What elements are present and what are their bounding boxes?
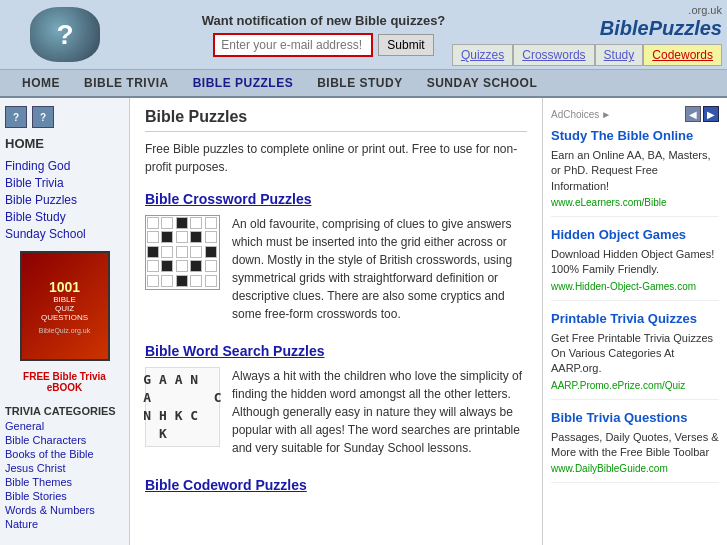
sidebar-link-bible-study[interactable]: Bible Study [5,210,124,224]
sidebar-link-bible-puzzles[interactable]: Bible Puzzles [5,193,124,207]
trivia-link-words-&-numbers[interactable]: Words & Numbers [5,504,124,516]
ad-block-1: Hidden Object Games Download Hidden Obje… [551,227,719,301]
ad-next-button[interactable]: ▶ [703,106,719,122]
top-nav-item-study[interactable]: Study [595,44,644,66]
main: ? ? HOME Finding GodBible TriviaBible Pu… [0,98,727,545]
ad-choices-label: AdChoices ► [551,109,611,120]
ad-block-2: Printable Trivia Quizzes Get Free Printa… [551,311,719,400]
ad-url-1: www.Hidden-Object-Games.com [551,281,719,292]
sidebar-link-sunday-school[interactable]: Sunday School [5,227,124,241]
wordsearch-section: Bible Word Search Puzzles G A A NA CN H … [145,343,527,457]
ad-block-0: Study The Bible Online Earn an Online AA… [551,128,719,217]
ad-text-3: Passages, Daily Quotes, Verses & More wi… [551,430,719,461]
email-input[interactable] [213,33,373,57]
submit-button[interactable]: Submit [378,34,433,56]
wordsearch-title[interactable]: Bible Word Search Puzzles [145,343,527,359]
crossword-description: An old favourite, comprising of clues to… [232,215,527,323]
ad-title-3[interactable]: Bible Trivia Questions [551,410,719,427]
right-sidebar: AdChoices ► ◀ ▶ Study The Bible Online E… [542,98,727,545]
sidebar-icons: ? ? [5,106,124,128]
site-title: BiblePuzzles [600,17,722,40]
logo-icon: ? [30,7,100,62]
ad-navigation: ◀ ▶ [685,106,719,122]
ad-text-2: Get Free Printable Trivia Quizzes On Var… [551,331,719,377]
wordsearch-image: G A A NA CN H K C K [145,367,220,447]
ad-blocks: Study The Bible Online Earn an Online AA… [551,128,719,483]
crossword-title[interactable]: Bible Crossword Puzzles [145,191,527,207]
trivia-link-books-of-the-bible[interactable]: Books of the Bible [5,448,124,460]
ad-prev-button[interactable]: ◀ [685,106,701,122]
notification-text: Want notification of new Bible quizzes? [202,13,446,28]
ad-choices-icon: ► [601,109,611,120]
sidebar-icon-1[interactable]: ? [5,106,27,128]
sub-nav-item-bible-trivia[interactable]: BIBLE TRIVIA [72,76,181,90]
ad-text-0: Earn an Online AA, BA, Masters, or PhD. … [551,148,719,194]
header: ? Want notification of new Bible quizzes… [0,0,727,70]
sidebar-link-finding-god[interactable]: Finding God [5,159,124,173]
sidebar-link-bible-trivia[interactable]: Bible Trivia [5,176,124,190]
sub-nav-item-home[interactable]: HOME [10,76,72,90]
codeword-section: Bible Codeword Puzzles [145,477,527,493]
top-nav-item-codewords[interactable]: Codewords [643,44,722,66]
ad-title-2[interactable]: Printable Trivia Quizzes [551,311,719,328]
sub-nav-item-bible-study[interactable]: BIBLE STUDY [305,76,415,90]
sub-nav-item-bible-puzzles[interactable]: BIBLE PUZZLES [181,76,306,90]
top-nav: QuizzesCrosswordsStudyCodewords [452,44,722,66]
wordsearch-description: Always a hit with the children who love … [232,367,527,457]
top-nav-item-crosswords[interactable]: Crosswords [513,44,594,66]
header-logo: ? [0,2,130,67]
trivia-link-bible-characters[interactable]: Bible Characters [5,434,124,446]
ad-title-0[interactable]: Study The Bible Online [551,128,719,145]
top-nav-item-quizzes[interactable]: Quizzes [452,44,513,66]
page-title: Bible Puzzles [145,108,527,132]
sidebar: ? ? HOME Finding GodBible TriviaBible Pu… [0,98,130,545]
trivia-category-label: TRIVIA CATEGORIES [5,405,124,417]
ad-block-3: Bible Trivia Questions Passages, Daily Q… [551,410,719,484]
free-ebook-label[interactable]: FREE Bible Trivia eBOOK [5,371,124,393]
page-description: Free Bible puzzles to complete online or… [145,140,527,176]
crossword-image [145,215,220,290]
content-area: Bible Puzzles Free Bible puzzles to comp… [130,98,542,545]
trivia-link-general[interactable]: General [5,420,124,432]
codeword-title[interactable]: Bible Codeword Puzzles [145,477,527,493]
sub-nav: HOMEBIBLE TRIVIABIBLE PUZZLESBIBLE STUDY… [0,70,727,98]
crossword-section: Bible Crossword Puzzles An old favourite… [145,191,527,323]
sidebar-trivia-links: GeneralBible CharactersBooks of the Bibl… [5,420,124,530]
sidebar-book-image[interactable]: 1001 BIBLE QUIZ QUESTIONS BibleQuiz.org.… [20,251,110,361]
ad-title-1[interactable]: Hidden Object Games [551,227,719,244]
ad-url-3: www.DailyBibleGuide.com [551,463,719,474]
trivia-link-nature[interactable]: Nature [5,518,124,530]
ad-url-0: www.eLearners.com/Bible [551,197,719,208]
sidebar-icon-2[interactable]: ? [32,106,54,128]
trivia-link-bible-themes[interactable]: Bible Themes [5,476,124,488]
sidebar-links: Finding GodBible TriviaBible PuzzlesBibl… [5,159,124,241]
ad-url-2: AARP.Promo.ePrize.com/Quiz [551,380,719,391]
trivia-link-jesus-christ[interactable]: Jesus Christ [5,462,124,474]
site-org: .org.uk [688,4,722,16]
email-row: Submit [213,33,433,57]
sidebar-home-label[interactable]: HOME [5,136,124,151]
trivia-link-bible-stories[interactable]: Bible Stories [5,490,124,502]
ad-text-1: Download Hidden Object Games! 100% Famil… [551,247,719,278]
header-right: .org.uk BiblePuzzles QuizzesCrosswordsSt… [517,3,727,66]
sub-nav-item-sunday-school[interactable]: SUNDAY SCHOOL [415,76,550,90]
